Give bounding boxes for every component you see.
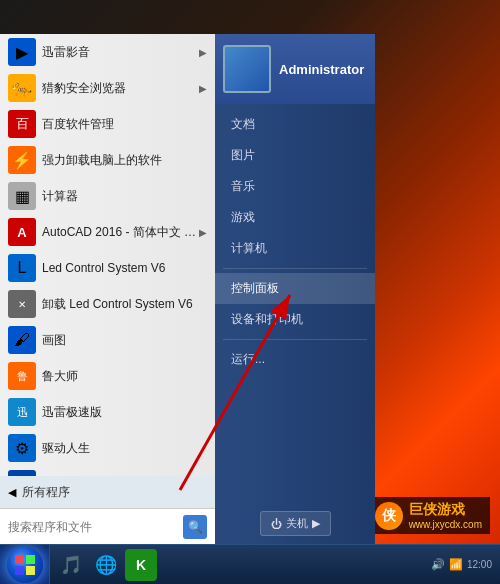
right-menu-documents[interactable]: 文档 [215, 109, 375, 140]
menu-item-leopard-browser[interactable]: 🐆 猎豹安全浏览器 ▶ [0, 70, 215, 106]
menu-item-calculator[interactable]: ▦ 计算器 [0, 178, 215, 214]
search-input[interactable] [8, 520, 177, 534]
watermark-logo: 侠 [375, 502, 403, 530]
taskbar: 🎵 🌐 K 🔊 📶 12:00 [0, 544, 500, 584]
watermark-box: 侠 巨侠游戏 www.jxycdx.com [367, 497, 490, 534]
bluetooth-icon: Ƀ [8, 470, 36, 476]
watermark-url: www.jxycdx.com [409, 519, 482, 530]
watermark-brand: 巨侠游戏 [409, 501, 482, 519]
all-programs-label: 所有程序 [22, 484, 70, 501]
games-label: 游戏 [231, 209, 255, 226]
xunlei-player-label: 迅雷影音 [42, 44, 199, 61]
watermark: 侠 巨侠游戏 www.jxycdx.com [367, 497, 490, 534]
drive-life-label: 驱动人生 [42, 440, 207, 457]
autocad-label: AutoCAD 2016 - 简体中文 (Simplified Chinese) [42, 224, 199, 241]
devices-label: 设备和打印机 [231, 311, 303, 328]
leopard-browser-icon: 🐆 [8, 74, 36, 102]
shutdown-icon: ⏻ [271, 518, 282, 530]
menu-item-xunlei-fast[interactable]: 迅 迅雷极速版 [0, 394, 215, 430]
tray-network-icon[interactable]: 📶 [449, 558, 463, 571]
calculator-label: 计算器 [42, 188, 207, 205]
luban-label: 鲁大师 [42, 368, 207, 385]
user-avatar [223, 45, 271, 93]
right-menu-devices[interactable]: 设备和打印机 [215, 304, 375, 335]
shutdown-arrow-icon: ▶ [312, 517, 320, 530]
taskbar-icon-browser[interactable]: 🌐 [90, 549, 122, 581]
xunlei-player-arrow: ▶ [199, 47, 207, 58]
menu-items-container: ▶ 迅雷影音 ▶ 🐆 猎豹安全浏览器 ▶ 百 百度软件管理 ⚡ 强力卸载电脑上的… [0, 34, 215, 476]
bluetooth-label: Bluetooth 文件传送 [42, 476, 207, 477]
control-panel-label: 控制面板 [231, 280, 279, 297]
menu-item-luban[interactable]: 鲁 鲁大师 [0, 358, 215, 394]
tray-sound-icon[interactable]: 🔊 [431, 558, 445, 571]
tray-time: 12:00 [467, 559, 492, 570]
drive-life-icon: ⚙ [8, 434, 36, 462]
menu-item-paint[interactable]: 🖌 画图 [0, 322, 215, 358]
right-menu-computer[interactable]: 计算机 [215, 233, 375, 264]
menu-item-bluetooth[interactable]: Ƀ Bluetooth 文件传送 [0, 466, 215, 476]
run-label: 运行... [231, 351, 265, 368]
leopard-browser-label: 猎豹安全浏览器 [42, 80, 199, 97]
menu-item-led-control[interactable]: L Led Control System V6 [0, 250, 215, 286]
svg-rect-1 [15, 555, 24, 564]
right-menu-run[interactable]: 运行... [215, 344, 375, 375]
search-bar: 🔍 [0, 508, 215, 544]
paint-icon: 🖌 [8, 326, 36, 354]
user-header: Administrator [215, 34, 375, 104]
music-label: 音乐 [231, 178, 255, 195]
uninstall-led-label: 卸载 Led Control System V6 [42, 296, 207, 313]
right-menu-control-panel[interactable]: 控制面板 [215, 273, 375, 304]
start-orb [7, 547, 43, 583]
search-button[interactable]: 🔍 [183, 515, 207, 539]
calculator-icon: ▦ [8, 182, 36, 210]
taskbar-tray: 🔊 📶 12:00 [423, 558, 500, 571]
all-programs-item[interactable]: ◀ 所有程序 [0, 476, 215, 508]
paint-label: 画图 [42, 332, 207, 349]
led-control-label: Led Control System V6 [42, 261, 207, 275]
documents-label: 文档 [231, 116, 255, 133]
right-menu-divider [223, 268, 367, 269]
svg-rect-4 [26, 566, 35, 575]
start-menu-left-panel: ▶ 迅雷影音 ▶ 🐆 猎豹安全浏览器 ▶ 百 百度软件管理 ⚡ 强力卸载电脑上的… [0, 34, 215, 544]
shutdown-button[interactable]: ⏻ 关机 ▶ [260, 511, 331, 536]
strong-uninstall-icon: ⚡ [8, 146, 36, 174]
menu-item-autocad[interactable]: A AutoCAD 2016 - 简体中文 (Simplified Chines… [0, 214, 215, 250]
strong-uninstall-label: 强力卸载电脑上的软件 [42, 152, 207, 169]
svg-rect-2 [26, 555, 35, 564]
taskbar-icons-area: 🎵 🌐 K [50, 549, 423, 581]
menu-item-uninstall-led[interactable]: ✕ 卸载 Led Control System V6 [0, 286, 215, 322]
shutdown-label: 关机 [286, 516, 308, 531]
shutdown-area: ⏻ 关机 ▶ [215, 503, 375, 544]
watermark-main-text: 巨侠游戏 www.jxycdx.com [409, 501, 482, 530]
right-menu-items: 文档 图片 音乐 游戏 计算机 控制面板 设备和打印机 运行... [215, 104, 375, 503]
right-menu-music[interactable]: 音乐 [215, 171, 375, 202]
pictures-label: 图片 [231, 147, 255, 164]
taskbar-icon-k[interactable]: K [125, 549, 157, 581]
start-menu-right-panel: Administrator 文档 图片 音乐 游戏 计算机 控制面板 设备和打印… [215, 34, 375, 544]
menu-item-strong-uninstall[interactable]: ⚡ 强力卸载电脑上的软件 [0, 142, 215, 178]
svg-rect-3 [15, 566, 24, 575]
xunlei-player-icon: ▶ [8, 38, 36, 66]
baidu-label: 百度软件管理 [42, 116, 207, 133]
luban-icon: 鲁 [8, 362, 36, 390]
baidu-icon: 百 [8, 110, 36, 138]
menu-item-baidu[interactable]: 百 百度软件管理 [0, 106, 215, 142]
windows-logo-icon [14, 554, 36, 576]
xunlei-fast-icon: 迅 [8, 398, 36, 426]
start-button[interactable] [0, 545, 50, 585]
menu-item-xunlei-player[interactable]: ▶ 迅雷影音 ▶ [0, 34, 215, 70]
xunlei-fast-label: 迅雷极速版 [42, 404, 207, 421]
taskbar-icon-music[interactable]: 🎵 [55, 549, 87, 581]
user-name: Administrator [279, 62, 364, 77]
menu-item-drive-life[interactable]: ⚙ 驱动人生 [0, 430, 215, 466]
uninstall-led-icon: ✕ [8, 290, 36, 318]
right-menu-divider-2 [223, 339, 367, 340]
autocad-icon: A [8, 218, 36, 246]
led-control-icon: L [8, 254, 36, 282]
leopard-browser-arrow: ▶ [199, 83, 207, 94]
all-programs-arrow-icon: ◀ [8, 486, 16, 499]
right-menu-pictures[interactable]: 图片 [215, 140, 375, 171]
autocad-arrow: ▶ [199, 227, 207, 238]
right-menu-games[interactable]: 游戏 [215, 202, 375, 233]
computer-label: 计算机 [231, 240, 267, 257]
